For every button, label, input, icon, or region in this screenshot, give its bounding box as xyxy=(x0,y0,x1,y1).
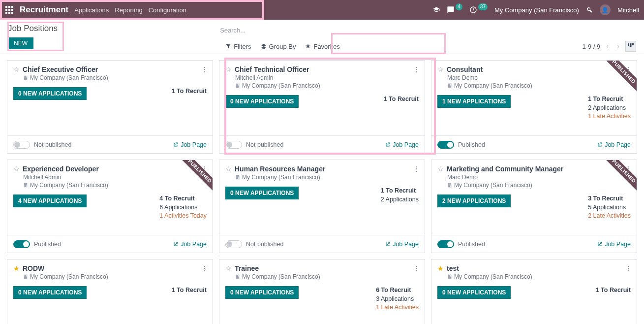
to-recruit-count: 1 To Recruit xyxy=(172,87,207,96)
card-menu-icon[interactable]: ⋮ xyxy=(625,165,632,173)
new-applications-button[interactable]: 1 NEW APPLICATIONS xyxy=(437,95,511,108)
publish-toggle[interactable] xyxy=(437,141,454,149)
filters-button[interactable]: Filters xyxy=(225,43,251,50)
new-applications-button[interactable]: 0 NEW APPLICATIONS xyxy=(13,286,87,299)
card-menu-icon[interactable]: ⋮ xyxy=(413,264,420,272)
card-menu-icon[interactable]: ⋮ xyxy=(413,165,420,173)
publish-toggle[interactable] xyxy=(437,240,454,248)
new-applications-button[interactable]: 0 NEW APPLICATIONS xyxy=(437,286,511,299)
module-name[interactable]: Recruitment xyxy=(20,5,68,15)
activity-icon[interactable]: 37 xyxy=(469,6,488,14)
activities-warning: 1 Late Activities xyxy=(588,112,631,121)
publish-toggle[interactable] xyxy=(225,240,242,248)
kanban-view-icon[interactable] xyxy=(625,41,636,52)
card-footer: Not published Job Page xyxy=(7,135,213,153)
to-recruit-count: 6 To Recruit xyxy=(376,286,419,295)
svg-rect-8 xyxy=(11,12,13,14)
job-page-link[interactable]: Job Page xyxy=(597,141,631,148)
publish-toggle[interactable] xyxy=(13,240,30,248)
job-company: My Company (San Francisco) xyxy=(23,182,207,189)
applications-count: 2 Applications xyxy=(381,195,419,204)
svg-rect-0 xyxy=(5,6,7,8)
job-page-link[interactable]: Job Page xyxy=(385,141,419,148)
favorite-star-icon[interactable]: ☆ xyxy=(13,65,20,73)
job-company: My Company (San Francisco) xyxy=(235,82,419,89)
favorite-star-icon[interactable]: ☆ xyxy=(437,65,444,73)
layers-icon xyxy=(260,43,267,50)
publish-toggle[interactable] xyxy=(13,141,30,149)
activities-warning: 1 Activities Today xyxy=(159,212,207,221)
card-menu-icon[interactable]: ⋮ xyxy=(201,165,208,173)
wrench-icon[interactable] xyxy=(586,6,593,13)
chat-icon[interactable]: 4 xyxy=(447,6,462,14)
favorite-star-icon[interactable]: ☆ xyxy=(437,165,444,173)
job-card[interactable]: ⋮ ☆ Human Resources Manager My Company (… xyxy=(219,160,425,253)
svg-rect-12 xyxy=(632,43,634,45)
job-card[interactable]: ⋮ ★ RODW My Company (San Francisco) 0 NE… xyxy=(7,259,213,324)
favorite-star-icon[interactable]: ☆ xyxy=(13,165,20,173)
apps-icon[interactable] xyxy=(5,5,14,14)
company-selector[interactable]: My Company (San Francisco) xyxy=(494,6,579,14)
new-applications-button[interactable]: 0 NEW APPLICATIONS xyxy=(13,87,87,100)
building-icon xyxy=(447,183,452,188)
new-applications-button[interactable]: 0 NEW APPLICATIONS xyxy=(225,95,299,108)
publish-toggle[interactable] xyxy=(225,141,242,149)
job-company: My Company (San Francisco) xyxy=(23,273,207,280)
star-icon xyxy=(305,43,311,50)
job-card[interactable]: PUBLISHED ⋮ ☆ Consultant Marc Demo My Co… xyxy=(431,60,637,154)
card-menu-icon[interactable]: ⋮ xyxy=(625,264,632,272)
card-menu-icon[interactable]: ⋮ xyxy=(201,65,208,73)
applications-count: 3 Applications xyxy=(376,295,419,304)
favorite-star-icon[interactable]: ☆ xyxy=(225,165,232,173)
to-recruit-count: 1 To Recruit xyxy=(384,95,419,104)
topbar: Recruitment Applications Reporting Confi… xyxy=(0,0,644,20)
card-menu-icon[interactable]: ⋮ xyxy=(201,264,208,272)
nav-reporting[interactable]: Reporting xyxy=(115,6,142,14)
favorite-star-icon[interactable]: ☆ xyxy=(225,65,232,73)
job-card[interactable]: ⋮ ☆ Chief Technical Officer Mitchell Adm… xyxy=(219,60,425,154)
search-input[interactable] xyxy=(220,27,636,34)
to-recruit-count: 1 To Recruit xyxy=(588,95,631,104)
job-page-link[interactable]: Job Page xyxy=(173,241,207,248)
nav-applications[interactable]: Applications xyxy=(74,6,109,14)
new-applications-button[interactable]: 2 NEW APPLICATIONS xyxy=(437,194,511,207)
svg-rect-11 xyxy=(630,43,632,47)
job-card[interactable]: ⋮ ☆ Trainee My Company (San Francisco) 0… xyxy=(219,259,425,324)
new-applications-button[interactable]: 0 NEW APPLICATIONS xyxy=(225,187,299,199)
job-title: Trainee xyxy=(235,264,259,272)
favorite-star-icon[interactable]: ☆ xyxy=(225,264,232,272)
job-company: My Company (San Francisco) xyxy=(447,273,631,280)
job-card[interactable]: ⋮ ☆ Chief Executive Officer My Company (… xyxy=(7,60,213,154)
svg-rect-7 xyxy=(8,12,10,14)
favorite-star-icon[interactable]: ★ xyxy=(437,264,444,272)
job-title: Chief Executive Officer xyxy=(23,65,98,73)
card-menu-icon[interactable]: ⋮ xyxy=(625,65,632,73)
pager-next[interactable]: › xyxy=(615,42,621,51)
job-card[interactable]: PUBLISHED ⋮ ☆ Marketing and Community Ma… xyxy=(431,160,637,253)
card-menu-icon[interactable]: ⋮ xyxy=(413,65,420,73)
job-page-link[interactable]: Job Page xyxy=(173,141,207,148)
building-icon xyxy=(447,274,452,279)
pager-prev[interactable]: ‹ xyxy=(604,42,611,51)
job-card[interactable]: ⋮ ★ test My Company (San Francisco) 0 NE… xyxy=(431,259,637,324)
applications-count: 6 Applications xyxy=(159,203,207,212)
publish-label: Published xyxy=(458,241,485,248)
groupby-button[interactable]: Group By xyxy=(260,43,296,50)
job-page-link[interactable]: Job Page xyxy=(597,241,631,248)
topbar-left: Recruitment Applications Reporting Confi… xyxy=(5,5,186,15)
publish-label: Published xyxy=(458,141,485,148)
graduation-cap-icon[interactable] xyxy=(433,6,440,13)
job-company: My Company (San Francisco) xyxy=(235,174,419,181)
favorite-star-icon[interactable]: ★ xyxy=(13,264,20,272)
favorites-button[interactable]: Favorites xyxy=(305,43,339,50)
topbar-right: 4 37 My Company (San Francisco) 👤 Mitche… xyxy=(433,4,639,15)
funnel-icon xyxy=(225,43,232,50)
job-page-link[interactable]: Job Page xyxy=(385,241,419,248)
user-name[interactable]: Mitchell xyxy=(617,6,639,14)
new-button[interactable]: NEW xyxy=(8,37,33,49)
new-applications-button[interactable]: 0 NEW APPLICATIONS xyxy=(225,286,299,299)
avatar[interactable]: 👤 xyxy=(600,4,611,15)
nav-configuration[interactable]: Configuration xyxy=(149,6,186,14)
new-applications-button[interactable]: 4 NEW APPLICATIONS xyxy=(13,194,87,207)
job-card[interactable]: PUBLISHED ⋮ ☆ Experienced Developer Mitc… xyxy=(7,160,213,253)
